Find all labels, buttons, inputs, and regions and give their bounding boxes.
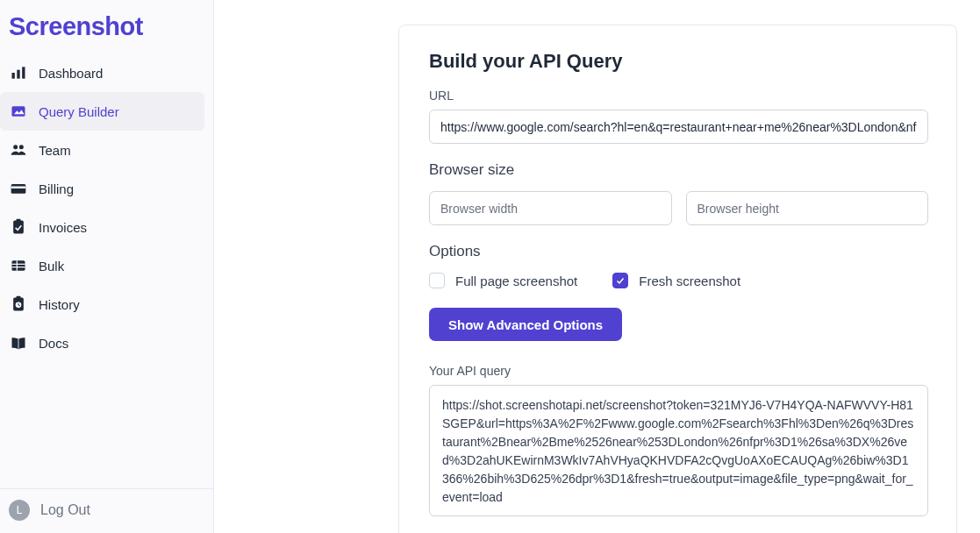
sidebar-item-label: Bulk [39, 259, 64, 274]
svg-rect-9 [13, 221, 24, 234]
fresh-checkbox[interactable] [612, 273, 628, 288]
sidebar-item-history[interactable]: History [0, 285, 204, 323]
fullpage-label: Full page screenshot [455, 274, 577, 288]
clipboard-clock-icon [9, 295, 28, 313]
query-builder-card: Build your API Query URL Browser size Op… [398, 25, 957, 533]
svg-rect-1 [17, 70, 19, 79]
book-icon [9, 334, 28, 352]
sidebar-item-label: Query Builder [39, 104, 119, 119]
fresh-option[interactable]: Fresh screenshot [612, 273, 740, 288]
sidebar: Screenshot Dashboard Query Builder Team … [0, 0, 214, 533]
svg-rect-7 [11, 184, 26, 194]
brand-logo: Screenshot [0, 0, 213, 48]
sidebar-item-label: History [39, 297, 80, 312]
svg-point-6 [19, 145, 24, 149]
fullpage-checkbox[interactable] [429, 273, 445, 288]
svg-point-5 [13, 145, 18, 149]
svg-rect-11 [12, 260, 25, 271]
sidebar-item-bulk[interactable]: Bulk [0, 246, 204, 285]
options-label: Options [429, 243, 928, 260]
svg-rect-2 [22, 67, 25, 78]
users-icon [9, 141, 28, 159]
sidebar-item-label: Billing [39, 181, 74, 196]
page-title: Build your API Query [429, 50, 928, 73]
fullpage-option[interactable]: Full page screenshot [429, 273, 577, 288]
sidebar-footer: L Log Out [0, 488, 213, 533]
svg-rect-16 [17, 296, 21, 299]
sidebar-item-query-builder[interactable]: Query Builder [0, 92, 204, 131]
sidebar-item-team[interactable]: Team [0, 131, 204, 169]
svg-rect-8 [11, 187, 26, 189]
main-content: Build your API Query URL Browser size Op… [214, 0, 980, 533]
sidebar-item-invoices[interactable]: Invoices [0, 208, 204, 246]
browser-height-input[interactable] [686, 191, 929, 225]
grid-icon [9, 257, 28, 274]
sidebar-item-label: Invoices [39, 220, 87, 235]
url-input[interactable] [429, 110, 928, 144]
browser-width-input[interactable] [429, 191, 672, 225]
clipboard-check-icon [9, 218, 28, 236]
api-query-label: Your API query [429, 364, 928, 378]
svg-rect-10 [17, 219, 21, 222]
options-row: Full page screenshot Fresh screenshot [429, 273, 928, 288]
sidebar-item-dashboard[interactable]: Dashboard [0, 53, 204, 92]
url-field: URL [429, 89, 928, 144]
sidebar-item-label: Team [39, 143, 71, 158]
svg-rect-3 [12, 106, 25, 117]
url-label: URL [429, 89, 928, 103]
logout-link[interactable]: Log Out [40, 502, 90, 518]
card-icon [9, 180, 28, 197]
browser-size-label: Browser size [429, 161, 928, 179]
browser-size-field: Browser size [429, 161, 928, 225]
sidebar-nav: Dashboard Query Builder Team Billing Inv… [0, 48, 213, 488]
sidebar-item-label: Docs [39, 336, 68, 351]
api-query-output[interactable]: https://shot.screenshotapi.net/screensho… [429, 385, 928, 516]
sidebar-item-label: Dashboard [39, 66, 103, 81]
sidebar-item-billing[interactable]: Billing [0, 169, 204, 208]
sidebar-item-docs[interactable]: Docs [0, 323, 204, 362]
show-advanced-button[interactable]: Show Advanced Options [429, 308, 622, 341]
image-icon [9, 103, 28, 120]
avatar: L [9, 500, 30, 521]
chart-bar-icon [9, 64, 28, 82]
svg-rect-0 [12, 73, 15, 79]
fresh-label: Fresh screenshot [639, 274, 740, 288]
